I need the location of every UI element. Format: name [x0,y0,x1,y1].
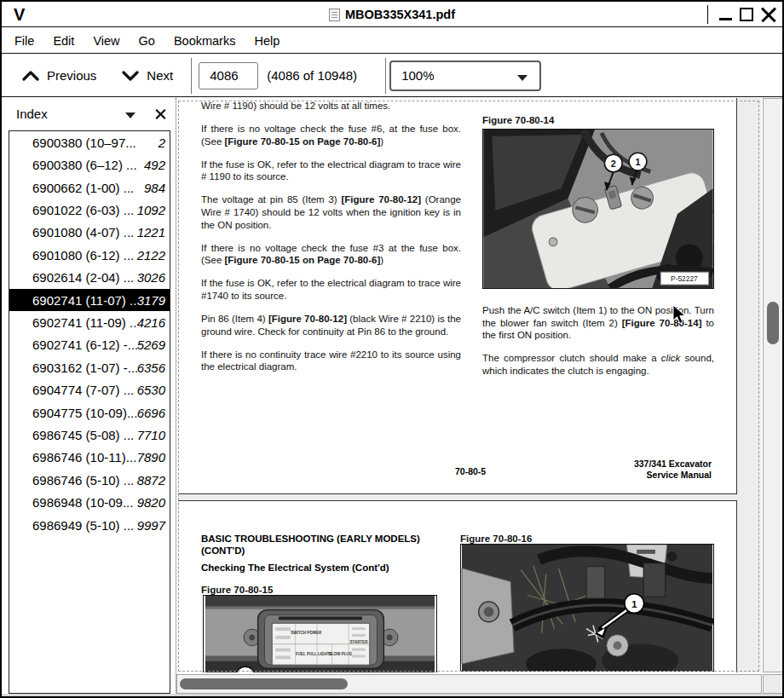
svg-text:FUEL PULL: FUEL PULL [296,652,317,656]
svg-text:STARTER: STARTER [350,640,369,644]
index-list: 6900380 (10–97...2 6900380 (6–12) ...492… [9,130,170,694]
manual-footer: 337/341 Excavator Service Manual [634,459,712,481]
sidebar-close-icon[interactable] [154,107,167,120]
page1-right-column: Figure 70-80-14 [482,115,714,388]
list-item[interactable]: 6902614 (2-04) ...3026 [9,267,170,289]
bottom-margin-strip [2,694,782,697]
section-heading: BASIC TROUBLESHOOTING (EARLY MODELS) (CO… [201,534,465,557]
svg-text:SWITCH POWER: SWITCH POWER [291,631,322,635]
photo-id-label: P-52227 [671,274,698,283]
figure-70-80-16-photo: 1 [460,544,714,672]
list-item[interactable]: 6901080 (4-07) ...1221 [9,222,170,244]
section-subheading: Checking The Electrical System (Cont'd) [201,562,465,573]
minimize-button[interactable] [718,4,733,25]
list-item[interactable]: 6903162 (1-07) -...6356 [9,356,170,378]
list-item[interactable]: 6902741 (11-09) ...4216 [9,312,170,334]
menu-bookmarks[interactable]: Bookmarks [164,31,245,51]
menu-go[interactable]: Go [130,31,164,51]
page-footer-code: 70-80-5 [455,466,486,476]
dropdown-caret-icon [517,75,527,81]
svg-text:2: 2 [611,159,616,169]
list-item[interactable]: 6904775 (10-09)...6696 [9,401,170,424]
figure-70-80-14-caption: Figure 70-80-14 [482,115,714,125]
figure-70-80-16-caption: Figure 70-80-16 [460,534,532,544]
list-item[interactable]: 6901080 (6-12) ...2122 [9,244,170,266]
list-item-selected[interactable]: 6902741 (11-07) ...3179 [9,289,170,311]
chevron-down-icon [122,71,139,81]
figure-link[interactable]: [Figure 70-80-14] [622,318,702,328]
figure-70-80-15-caption: Figure 70-80-15 [201,585,273,595]
figure-70-80-15-photo: SWITCH POWER FUEL PULL LIGHTS GLOW PLUG … [203,595,437,672]
list-item[interactable]: 6900662 (1-00) ...984 [9,176,170,199]
menu-edit[interactable]: Edit [43,31,84,51]
list-item[interactable]: 6904774 (7-07) ...6530 [9,379,170,401]
previous-page-button[interactable]: Previous [22,68,96,83]
pdf-page-4087: BASIC TROUBLESHOOTING (EARLY MODELS) (CO… [178,500,737,672]
sidebar-dropdown-icon[interactable] [125,112,135,118]
maximize-button[interactable] [740,8,753,21]
next-label: Next [147,68,173,83]
list-item[interactable]: 6986948 (10-09...9820 [9,492,170,514]
zoom-level-select[interactable]: 100% [389,61,541,91]
menu-view[interactable]: View [84,31,129,51]
pdf-viewer-window: V MBOB335X341.pdf File Edit View Go Book… [0,0,784,698]
toolbar-divider [385,58,386,94]
vertical-scrollbar[interactable] [763,98,783,672]
document-icon [329,9,340,21]
horizontal-scrollbar[interactable] [176,674,762,694]
page-count-status: (4086 of 10948) [267,68,357,83]
figure-link[interactable]: [Figure 70-80-12] [268,314,347,324]
close-button[interactable] [760,6,777,23]
chevron-up-icon [22,71,39,81]
svg-text:1: 1 [631,598,637,610]
zoom-value: 100% [401,68,434,83]
title-bar: V MBOB335X341.pdf [2,2,782,27]
list-item[interactable]: 6986746 (10-11)...7890 [9,447,170,469]
figure-70-80-14-photo: 2 1 P-52227 [482,129,714,289]
list-item[interactable]: 6986746 (5-10) ...8872 [9,469,170,491]
previous-label: Previous [47,68,96,83]
menu-file[interactable]: File [5,31,43,51]
page1-left-column: Wire # 1190) should be 12 volts at all t… [201,100,461,384]
svg-text:1: 1 [243,671,248,672]
list-item[interactable]: 6900380 (6–12) ...492 [9,154,170,176]
page-number-input[interactable] [199,62,258,89]
pdf-page-4086: Wire # 1190) should be 12 volts at all t… [178,98,737,494]
figure-link[interactable]: [Figure 70-80-12] [341,194,421,205]
toolbar: Previous Next (4086 of 10948) 100% [2,55,782,97]
list-item[interactable]: 6986745 (5-08) ...7710 [9,424,170,446]
list-item[interactable]: 6900380 (10–97...2 [9,131,170,153]
svg-text:GLOW PLUG: GLOW PLUG [329,652,353,656]
figure-link[interactable]: [Figure 70-80-15 on Page 70-80-6] [225,255,381,265]
next-page-button[interactable]: Next [122,68,173,83]
document-viewport[interactable]: Wire # 1190) should be 12 volts at all t… [178,98,761,672]
menu-bar: File Edit View Go Bookmarks Help [2,28,782,54]
toolbar-divider [191,58,192,94]
horizontal-scrollbar-thumb[interactable] [180,678,348,689]
scrollbar-corner [763,674,783,694]
sidebar-title: Index [16,107,48,121]
window-title: MBOB335X341.pdf [345,8,455,21]
menu-help[interactable]: Help [245,31,289,51]
figure-link[interactable]: [Figure 70-80-15 on Page 70-80-6] [225,136,381,147]
vertical-scrollbar-thumb[interactable] [767,302,779,344]
controls-divider [707,5,708,24]
list-item[interactable]: 6901022 (6-03) ...1092 [9,199,170,222]
svg-text:1: 1 [635,157,640,167]
list-item[interactable]: 6986949 (5-10) ...9997 [9,514,170,536]
list-item[interactable]: 6902741 (6-12) -...5269 [9,334,170,356]
sidebar-header: Index [3,98,175,130]
